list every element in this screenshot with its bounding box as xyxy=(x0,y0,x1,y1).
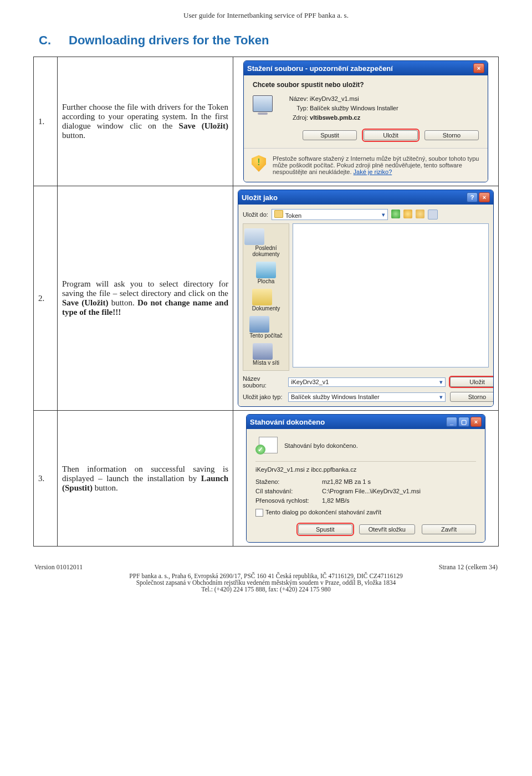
place-computer[interactable]: Tento počítač xyxy=(249,316,282,339)
maximize-icon[interactable]: ▢ xyxy=(458,417,469,427)
page-header: User guide for Internetbanking service o… xyxy=(33,11,499,20)
label: Staženo: xyxy=(255,477,322,487)
filename-input[interactable]: iKeyDrv32_v1▾ xyxy=(288,377,446,387)
place-recent[interactable]: Poslední dokumenty xyxy=(244,228,288,257)
label: Místa v síti xyxy=(253,360,279,366)
installer-icon xyxy=(253,94,275,116)
section-heading: C.Downloading drivers for the Token xyxy=(33,33,499,48)
footer-line: Tel.: (+420) 224 175 888, fax: (+420) 22… xyxy=(33,586,499,593)
step-number: 2. xyxy=(34,186,58,411)
step-screenshot: Uložit jako ? × Uložit do: Token ▾ xyxy=(233,186,499,411)
save-in-label: Uložit do: xyxy=(243,211,268,218)
folder-dropdown[interactable]: Token ▾ xyxy=(272,209,388,220)
value: 1,82 MB/s xyxy=(322,497,350,504)
file-type: Balíček služby Windows Installer xyxy=(310,105,398,111)
step-number: 3. xyxy=(34,411,58,547)
label: Název: xyxy=(283,94,308,104)
footer-line: PPF banka a. s., Praha 6, Evropská 2690/… xyxy=(33,573,499,579)
label: Tento dialog po dokončení stahování zavř… xyxy=(265,509,381,515)
open-folder-button[interactable]: Otevřít složku xyxy=(359,524,415,534)
dialog-titlebar: Uložit jako ? × xyxy=(238,190,493,205)
step-screenshot: Stahování dokončeno _ ▢ × ✓ Stahování xyxy=(233,411,499,547)
download-complete-icon: ✓ xyxy=(255,436,278,456)
close-icon[interactable]: × xyxy=(470,417,482,427)
close-icon[interactable]: × xyxy=(473,63,484,73)
label: Dokumenty xyxy=(252,305,280,312)
page-number: Strana 12 (celkem 34) xyxy=(439,563,498,571)
filename-value: iKeyDrv32_v1 xyxy=(291,379,329,385)
shield-icon xyxy=(252,155,266,172)
dialog-title: Stažení souboru - upozornění zabezpečení xyxy=(247,64,393,73)
views-icon[interactable] xyxy=(428,210,438,219)
filetype-dropdown[interactable]: Balíček služby Windows Installer▾ xyxy=(288,392,446,402)
page-footer: Version 01012011 Strana 12 (celkem 34) P… xyxy=(33,563,499,593)
value: C:\Program File...\iKeyDrv32_v1.msi xyxy=(322,488,421,494)
place-network[interactable]: Místa v síti xyxy=(253,343,279,366)
save-button[interactable]: Uložit xyxy=(450,377,494,387)
version-text: Version 01012011 xyxy=(34,563,83,571)
folder-icon xyxy=(274,210,283,218)
section-title: Downloading drivers for the Token xyxy=(69,33,269,47)
step-screenshot: Stažení souboru - upozornění zabezpečení… xyxy=(233,57,499,186)
close-icon[interactable]: × xyxy=(479,192,490,202)
value: mz1,82 MB za 1 s xyxy=(322,478,371,485)
run-button[interactable]: Spustit xyxy=(303,130,357,140)
save-as-dialog: Uložit jako ? × Uložit do: Token ▾ xyxy=(238,190,494,407)
label: Přenosová rychlost: xyxy=(255,496,322,506)
footer-line: Společnost zapsaná v Obchodním rejstříku… xyxy=(33,579,499,586)
checkbox-icon xyxy=(255,509,263,517)
text-bold: Save (Uložit) xyxy=(62,298,109,307)
new-folder-icon[interactable] xyxy=(416,210,424,218)
filename-label: Název souboru: xyxy=(243,375,284,389)
close-on-finish-checkbox[interactable]: Tento dialog po dokončení stahování zavř… xyxy=(255,509,476,517)
cancel-button[interactable]: Storno xyxy=(424,130,479,140)
filetype-label: Uložit jako typ: xyxy=(243,394,284,400)
place-documents[interactable]: Dokumenty xyxy=(252,289,280,312)
step-text: Then information on successful saving is… xyxy=(58,411,233,547)
text-bold: Save (Uložit) xyxy=(179,121,228,130)
chevron-down-icon: ▾ xyxy=(439,379,443,386)
run-button[interactable]: Spustit xyxy=(298,524,352,534)
dialog-titlebar: Stažení souboru - upozornění zabezpečení… xyxy=(244,61,488,75)
text: button. xyxy=(93,483,118,492)
save-button[interactable]: Uložit xyxy=(364,130,418,140)
steps-table: 1. Further choose the file with drivers … xyxy=(33,57,499,547)
places-bar: Poslední dokumenty Plocha Dokumenty Tent… xyxy=(243,223,289,371)
security-dialog: Stažení souboru - upozornění zabezpečení… xyxy=(243,60,488,182)
done-text: Stahování bylo dokončeno. xyxy=(284,442,358,449)
label: Typ: xyxy=(283,104,308,113)
dialog-titlebar: Stahování dokončeno _ ▢ × xyxy=(247,415,485,429)
risk-link[interactable]: Jaké je riziko? xyxy=(354,169,392,175)
dialog-title: Uložit jako xyxy=(242,193,278,202)
place-desktop[interactable]: Plocha xyxy=(256,262,276,284)
label: Plocha xyxy=(256,278,276,284)
label: Cíl stahování: xyxy=(255,487,322,496)
label: Poslední dokumenty xyxy=(244,245,288,257)
text: Program will ask you to select directory… xyxy=(62,279,228,298)
filetype-value: Balíček služby Windows Installer xyxy=(291,394,380,400)
folder-name: Token xyxy=(285,212,301,219)
chevron-down-icon: ▾ xyxy=(382,211,385,218)
text: button. xyxy=(109,298,135,307)
minimize-icon[interactable]: _ xyxy=(446,417,457,427)
close-button[interactable]: Zavřít xyxy=(422,524,476,534)
label: Zdroj: xyxy=(283,113,308,122)
back-icon[interactable] xyxy=(391,210,400,218)
dialog-title: Stahování dokončeno xyxy=(250,418,325,426)
file-list-area[interactable] xyxy=(293,223,489,367)
section-letter: C. xyxy=(39,33,51,47)
chevron-down-icon: ▾ xyxy=(439,394,443,401)
file-source: vltibsweb.pmb.cz xyxy=(310,114,360,121)
step-number: 1. xyxy=(34,57,58,186)
download-complete-dialog: Stahování dokončeno _ ▢ × ✓ Stahování xyxy=(246,414,485,543)
step-text: Further choose the file with drivers for… xyxy=(58,57,233,186)
up-icon[interactable] xyxy=(403,210,412,218)
cancel-button[interactable]: Storno xyxy=(450,392,494,402)
step-text: Program will ask you to select directory… xyxy=(58,186,233,411)
downloaded-file: iKeyDrv32_v1.msi z ibcc.ppfbanka.cz xyxy=(255,466,476,473)
dialog-subtitle: Chcete soubor spustit nebo uložit? xyxy=(253,81,479,89)
text: button. xyxy=(62,131,85,140)
label: Tento počítač xyxy=(249,333,282,339)
file-name: iKeyDrv32_v1.msi xyxy=(310,95,359,102)
help-icon[interactable]: ? xyxy=(467,192,478,202)
